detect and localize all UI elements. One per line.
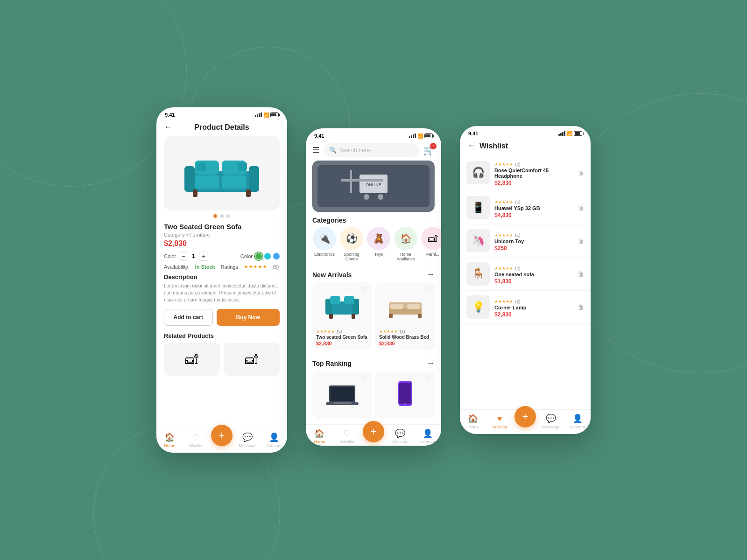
related-item-1[interactable]: 🛋 <box>164 343 220 376</box>
sofa-wish-img: 🪑 <box>466 262 490 286</box>
related-item-2[interactable]: 🛋 <box>224 343 280 376</box>
wishlist-list: 🎧 ★★★★★ (2) Bose QuietComfort 45 Headpho… <box>460 154 591 324</box>
category-toys[interactable]: 🧸 Toys <box>366 227 391 261</box>
product-image-area <box>164 136 280 210</box>
wish-phone[interactable]: ♡ <box>425 375 431 382</box>
delete-headphone[interactable]: 🗑 <box>578 169 584 176</box>
unicorn-price: $250 <box>494 245 573 252</box>
status-bar-right: 9.41 📶 <box>460 126 591 138</box>
search-bar-row: ☰ 🔍 Search here 🛒 7 <box>306 140 441 161</box>
buy-now-button[interactable]: Buy Now <box>217 309 280 326</box>
nav-wishlist-center[interactable]: ♡ Wishlist <box>335 428 359 444</box>
battery-icon <box>270 112 279 117</box>
delete-huawei[interactable]: 🗑 <box>578 204 584 211</box>
category-furniture[interactable]: 🛋 Furni... <box>421 227 441 261</box>
home-icon-center: 🏠 <box>314 428 324 439</box>
laptop-img <box>316 375 368 412</box>
delete-sofa[interactable]: 🗑 <box>578 270 584 278</box>
top-ranking-header: Top Ranking → <box>306 354 441 371</box>
qty-value: 1 <box>190 253 197 259</box>
product-price: $2,830 <box>164 239 280 248</box>
wifi-icon-center: 📶 <box>417 133 423 139</box>
back-button[interactable]: ← <box>164 122 172 132</box>
new-arrival-bed[interactable]: ♡ ★★★★★ (2) Solid Wood Brass Bed <box>375 282 435 350</box>
category-home-img: 🏠 <box>394 227 417 250</box>
quantity-label: Color <box>164 253 176 259</box>
hamburger-menu[interactable]: ☰ <box>312 145 320 155</box>
color-green[interactable] <box>255 253 262 259</box>
delete-lamp[interactable]: 🗑 <box>578 303 584 311</box>
nav-message[interactable]: 💬 Message <box>236 432 259 448</box>
nav-center-add-right[interactable]: + <box>514 406 536 427</box>
lamp-info: ★★★★★ (2) Corner Lamp $2,830 <box>494 296 573 318</box>
svg-rect-37 <box>399 383 411 404</box>
bottom-nav-left: 🏠 Home ♡ Wishlist + 💬 Message 👤 Account <box>156 428 287 453</box>
nav-home-center[interactable]: 🏠 Home <box>308 428 331 444</box>
dot-3[interactable] <box>226 214 230 218</box>
product-info: Two Seated Green Sofa Category • Furnitu… <box>156 223 287 326</box>
account-icon-center: 👤 <box>423 428 433 439</box>
nav-center-add-center[interactable]: + <box>363 421 384 442</box>
new-arrivals-header: New Arrivals → <box>306 265 441 282</box>
new-arrival-sofa[interactable]: ♡ ★★★★★ (5) Two seated <box>312 282 372 350</box>
color-options <box>255 253 280 259</box>
add-to-cart-button[interactable]: Add to cart <box>164 309 213 326</box>
svg-point-14 <box>364 194 369 200</box>
nav-home[interactable]: 🏠 Home <box>158 432 181 448</box>
quantity-controls: − 1 + <box>179 252 208 261</box>
top-ranking-see-all[interactable]: → <box>426 358 435 368</box>
nav-message-right[interactable]: 💬 Message <box>539 413 563 429</box>
sofa-count: (5) <box>337 329 342 334</box>
color-blue[interactable] <box>273 253 280 259</box>
account-icon-right: 👤 <box>572 413 583 424</box>
nav-wishlist-right[interactable]: ♥ Wishlist <box>488 414 511 429</box>
nav-wishlist[interactable]: ♡ Wishlist <box>184 432 208 448</box>
bed-count: (2) <box>400 329 405 334</box>
new-arrivals-see-all[interactable]: → <box>426 270 435 280</box>
cart-button[interactable]: 🛒 7 <box>423 145 435 156</box>
lamp-stars: ★★★★★ <box>494 299 513 304</box>
nav-account-left[interactable]: 👤 Account <box>262 432 286 448</box>
nav-account-center[interactable]: 👤 Account <box>416 428 439 444</box>
top-ranking-title: Top Ranking <box>312 360 352 367</box>
qty-color-row: Color − 1 + Color <box>164 252 280 261</box>
related-products-title: Related Products <box>156 332 287 339</box>
category-sporting[interactable]: ⚽ Sporting Goods <box>339 227 364 261</box>
search-input[interactable]: Search here <box>339 147 370 154</box>
headphone-name: Bose QuietComfort 45 Headphone <box>494 168 573 179</box>
dot-2[interactable] <box>220 214 224 218</box>
svg-rect-18 <box>341 179 383 182</box>
nav-home-right[interactable]: 🏠 Home <box>461 413 485 429</box>
svg-rect-5 <box>195 175 219 189</box>
wishlist-back-button[interactable]: ← <box>467 141 476 151</box>
svg-rect-9 <box>193 189 197 197</box>
color-teal[interactable] <box>264 253 271 259</box>
nav-center-add[interactable]: + <box>211 425 233 446</box>
qty-increase[interactable]: + <box>199 252 208 261</box>
wish-sofa[interactable]: ♡ <box>362 286 368 294</box>
category-home-appliance[interactable]: 🏠 Home Appliance <box>394 227 418 261</box>
wish-bed[interactable]: ♡ <box>425 286 431 294</box>
dot-1[interactable] <box>213 214 217 218</box>
svg-rect-30 <box>389 314 393 318</box>
ranking-laptop[interactable]: ♡ <box>312 371 372 419</box>
bed-card-img <box>379 286 431 323</box>
svg-rect-8 <box>238 162 247 171</box>
message-icon: 💬 <box>242 432 253 442</box>
time-left: 9.41 <box>165 112 175 118</box>
huawei-name: Huawei YSp 32 GB <box>494 205 573 211</box>
new-arrivals-row: ♡ ★★★★★ (5) Two seated <box>306 282 441 354</box>
delete-unicorn[interactable]: 🗑 <box>578 237 584 245</box>
huawei-img: 📱 <box>466 196 490 219</box>
nav-home-center-label: Home <box>314 440 325 444</box>
qty-decrease[interactable]: − <box>179 252 188 261</box>
svg-rect-24 <box>329 314 333 319</box>
wish-laptop[interactable]: ♡ <box>362 375 368 382</box>
search-box[interactable]: 🔍 Search here <box>324 143 419 157</box>
wishlist-icon-right: ♥ <box>497 414 502 424</box>
nav-account-right[interactable]: 👤 Account <box>566 413 589 429</box>
ranking-phone[interactable]: ♡ <box>375 371 435 419</box>
category-electronics[interactable]: 🔌 Electronics <box>312 227 337 261</box>
lamp-count: (2) <box>515 299 520 304</box>
nav-message-center[interactable]: 💬 Message <box>388 428 412 444</box>
